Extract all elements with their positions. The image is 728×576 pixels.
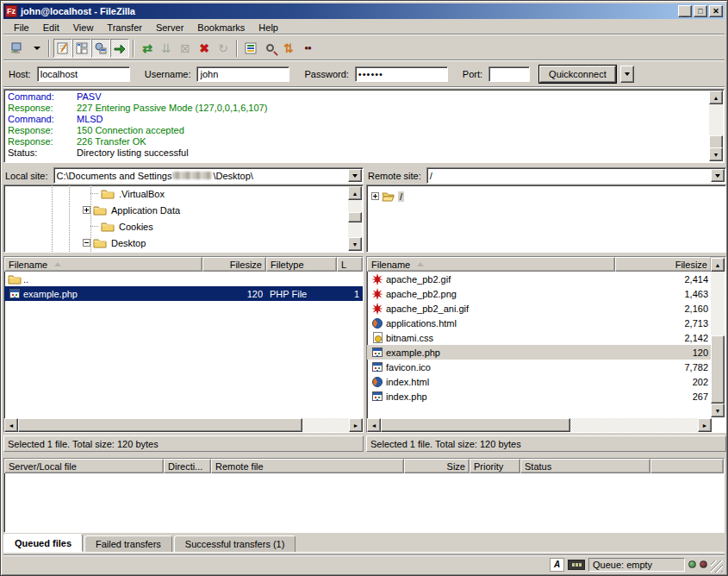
column-filesize[interactable]: Filesize [615,257,712,272]
menu-bookmarks[interactable]: Bookmarks [190,21,252,34]
tree-item-cookies[interactable]: Cookies [90,218,155,235]
scroll-down-icon[interactable]: ▼ [711,404,725,417]
toggle-remote-tree-button[interactable] [91,39,110,58]
scrollbar-thumb[interactable] [18,418,302,432]
column-remote-file[interactable]: Remote file [211,459,404,473]
log-scrollbar[interactable]: ▲ ▼ [709,91,723,161]
file-row-parent-dir[interactable]: .. [4,272,363,286]
scroll-up-icon[interactable]: ▲ [711,258,725,272]
synchronized-browsing-button[interactable]: ⇅ [279,39,298,58]
local-tree-scrollbar[interactable]: ▲ ▼ [348,186,362,251]
remote-list-hscrollbar[interactable]: ◄ ► [367,418,712,432]
scroll-left-icon[interactable]: ◄ [4,418,18,432]
column-status[interactable]: Status [520,459,650,473]
site-manager-dropdown[interactable] [26,39,45,58]
remote-list-vscrollbar[interactable]: ▲ ▼ [711,258,725,417]
scroll-up-icon[interactable]: ▲ [348,186,362,200]
combo-dropdown-button[interactable] [711,169,725,182]
expand-icon[interactable] [83,206,90,214]
file-row[interactable]: apache_pb2.gif 2,414 [367,272,712,286]
file-size: 1,463 [684,289,708,299]
column-last-modified[interactable]: L [337,257,363,272]
scrollbar-thumb[interactable] [348,212,362,222]
host-input[interactable] [37,66,130,82]
scroll-right-icon[interactable]: ► [349,418,363,432]
password-input[interactable] [355,66,448,82]
column-filetype[interactable]: Filetype [266,257,337,272]
filter-button[interactable] [241,39,260,58]
tree-item-root[interactable]: / [371,188,404,204]
scroll-down-icon[interactable]: ▼ [709,147,723,161]
menu-view[interactable]: View [66,21,101,34]
local-directory-tree[interactable]: .VirtualBox Application Data Cookies Des… [3,185,364,253]
disconnect-button[interactable]: ✖ [195,39,214,58]
file-row[interactable]: bitnami.css 2,142 [367,330,712,345]
transfer-type-ascii-icon[interactable]: A [550,558,564,572]
minimize-button[interactable]: _ [678,5,692,17]
quickconnect-button[interactable]: Quickconnect [539,66,616,83]
tree-item-desktop[interactable]: Desktop [83,235,147,251]
scroll-right-icon[interactable]: ► [698,418,712,432]
column-direction[interactable]: Directi... [164,459,211,473]
resize-grip[interactable] [711,560,723,573]
scroll-left-icon[interactable]: ◄ [367,418,381,432]
column-priority[interactable]: Priority [470,459,520,473]
process-queue-button[interactable]: ⇊ [157,39,176,58]
menu-file[interactable]: File [7,21,36,34]
quickconnect-dropdown[interactable] [620,66,634,83]
tab-queued-files[interactable]: Queued files [3,534,83,552]
file-row[interactable]: index.php 267 [367,389,712,404]
menu-transfer[interactable]: Transfer [100,21,149,34]
expand-icon[interactable] [371,192,379,200]
refresh-button[interactable]: ⇄ [138,39,157,58]
file-row[interactable]: favicon.ico 7,782 [367,360,712,374]
toggle-transfer-queue-button[interactable] [110,39,129,58]
site-manager-button[interactable] [7,39,26,58]
ico-file-icon [370,360,384,374]
file-row[interactable]: apache_pb2.png 1,463 [367,286,712,301]
combo-dropdown-button[interactable] [348,169,362,182]
apache-file-icon [370,272,384,286]
column-size[interactable]: Size [404,459,470,473]
column-server-local-file[interactable]: Server/Local file [4,459,164,473]
cancel-operation-button[interactable]: ⊠ [176,39,195,58]
toggle-message-log-button[interactable] [53,39,72,58]
column-filename[interactable]: Filename [4,257,202,272]
menu-edit[interactable]: Edit [36,21,66,34]
reconnect-button[interactable]: ↻ [214,39,233,58]
local-list-body[interactable]: .. example.php 120 PHP File 1 [4,272,363,417]
file-size: 2,142 [684,333,708,343]
remote-site-combobox[interactable]: / [426,167,726,184]
scrollbar-thumb[interactable] [711,335,725,404]
toggle-local-tree-button[interactable] [72,39,91,58]
tab-successful-transfers[interactable]: Successful transfers (1) [174,535,296,552]
menu-help[interactable]: Help [252,21,285,34]
username-input[interactable] [196,66,289,82]
file-row[interactable]: apache_pb2_ani.gif 2,160 [367,301,712,316]
tree-item-application-data[interactable]: Application Data [83,202,182,218]
file-row-selected[interactable]: example.php 120 [367,345,712,360]
scrollbar-thumb[interactable] [381,418,570,432]
local-list-hscrollbar[interactable]: ◄ ► [4,418,363,432]
find-files-button[interactable]: ●● [298,39,317,58]
close-button[interactable]: ✕ [709,5,723,17]
scroll-up-icon[interactable]: ▲ [709,91,723,104]
port-input[interactable] [488,66,530,82]
local-site-combobox[interactable]: C:\Documents and Settings\Desktop\ [53,167,364,184]
tab-failed-transfers[interactable]: Failed transfers [84,535,172,552]
tree-item-virtualbox[interactable]: .VirtualBox [90,185,166,202]
speed-limits-icon[interactable] [568,560,585,570]
file-row[interactable]: applications.html 2,713 [367,316,712,330]
file-row-example-php[interactable]: example.php 120 PHP File 1 [4,286,363,301]
scroll-down-icon[interactable]: ▼ [348,237,362,251]
column-filesize[interactable]: Filesize [202,257,266,272]
collapse-icon[interactable] [83,239,90,247]
directory-comparison-button[interactable] [260,39,279,58]
maximize-button[interactable]: □ [694,5,707,17]
remote-list-body[interactable]: apache_pb2.gif 2,414 apache_pb2.png 1,46… [367,272,712,417]
file-row[interactable]: index.html 202 [367,374,712,389]
column-filename[interactable]: Filename [367,257,615,272]
remote-directory-tree[interactable]: / [366,185,726,253]
menu-server[interactable]: Server [149,21,190,34]
local-pane: Local site: C:\Documents and Settings\De… [3,165,364,452]
